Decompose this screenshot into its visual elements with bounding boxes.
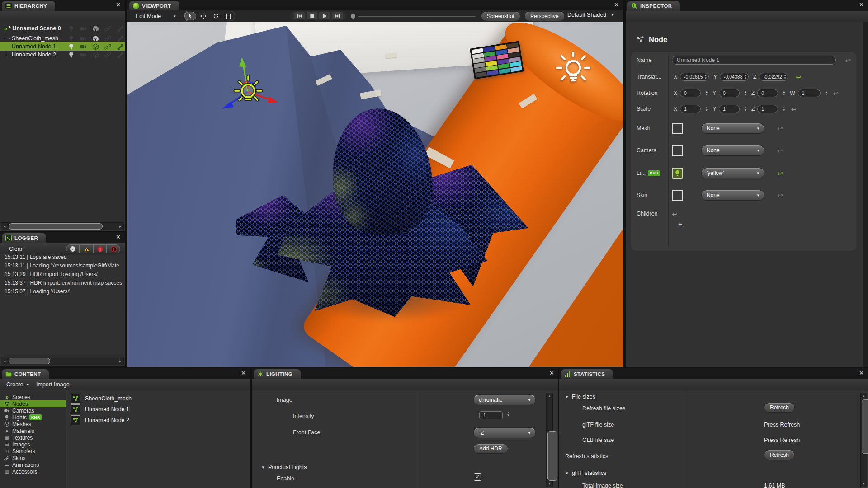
- skin-checkbox[interactable]: [672, 190, 683, 201]
- light-visibility-icon[interactable]: [68, 25, 75, 32]
- lighting-vscrollbar[interactable]: ▴ ▾: [546, 393, 553, 487]
- camera-icon[interactable]: [80, 25, 87, 32]
- log-filter-info-button[interactable]: i: [66, 244, 80, 253]
- tab-logger[interactable]: LOGGER: [2, 233, 46, 243]
- perspective-button[interactable]: Perspective: [524, 11, 565, 21]
- skin-dropdown[interactable]: None ▼: [701, 190, 764, 201]
- timeline-slider[interactable]: [351, 14, 476, 19]
- rotate-tool-button[interactable]: [210, 12, 222, 20]
- scroll-down-icon[interactable]: ▾: [547, 482, 552, 486]
- enable-checkbox[interactable]: ✓: [474, 473, 481, 481]
- link-icon[interactable]: [104, 35, 111, 42]
- scroll-thumb[interactable]: [9, 358, 50, 364]
- link-icon[interactable]: [104, 25, 111, 32]
- scroll-up-icon[interactable]: ▴: [861, 394, 867, 398]
- create-dropdown[interactable]: Create ▼: [6, 381, 29, 388]
- category-materials[interactable]: ●Materials: [0, 427, 66, 434]
- rotation-z-input[interactable]: [761, 90, 776, 96]
- mesh-dropdown[interactable]: None ▼: [701, 123, 764, 134]
- category-cameras[interactable]: Cameras: [0, 407, 66, 414]
- spinner[interactable]: ▲▼: [507, 412, 509, 417]
- log-filter-critical-button[interactable]: [107, 244, 120, 253]
- light-visibility-icon[interactable]: [68, 52, 75, 58]
- rotation-x-input[interactable]: [684, 90, 699, 96]
- category-images[interactable]: ▤Images: [0, 441, 66, 448]
- translation-y-input[interactable]: [724, 74, 744, 80]
- name-input[interactable]: [677, 57, 831, 63]
- spinner[interactable]: ▲▼: [744, 107, 747, 112]
- stop-button[interactable]: [307, 12, 317, 19]
- add-child-button[interactable]: +: [678, 220, 682, 228]
- hierarchy-close-icon[interactable]: ✕: [116, 2, 121, 8]
- viewport-3d-scene[interactable]: [127, 22, 623, 367]
- spinner[interactable]: ▲▼: [705, 107, 708, 112]
- bone-icon[interactable]: [117, 43, 123, 50]
- spinner[interactable]: ▲▼: [744, 91, 747, 96]
- tab-inspector[interactable]: INSPECTOR: [627, 1, 680, 11]
- spinner[interactable]: ▲▼: [825, 91, 828, 96]
- tab-lighting[interactable]: LIGHTING: [254, 369, 301, 379]
- translation-x-input[interactable]: [684, 74, 704, 80]
- undo-scale-icon[interactable]: ↩: [791, 106, 797, 113]
- category-skins[interactable]: Skins: [0, 455, 66, 461]
- select-tool-button[interactable]: [184, 12, 196, 20]
- camera-icon[interactable]: [80, 35, 87, 42]
- shading-mode-dropdown[interactable]: Default Shaded ▼: [567, 12, 614, 18]
- lighting-close-icon[interactable]: ✕: [549, 370, 554, 376]
- tab-content[interactable]: CONTENT: [2, 369, 49, 379]
- category-lights[interactable]: LightsKHR: [0, 414, 66, 421]
- scroll-up-icon[interactable]: ▴: [547, 394, 552, 398]
- scroll-thumb[interactable]: [862, 399, 868, 454]
- hierarchy-hscrollbar[interactable]: ◂ ▸: [1, 222, 124, 230]
- undo-icon[interactable]: ↩: [845, 57, 851, 64]
- mesh-cube-icon[interactable]: [92, 52, 99, 58]
- file-sizes-section[interactable]: ▼ File sizes: [565, 394, 595, 400]
- category-textures[interactable]: ▦Textures: [0, 434, 66, 441]
- statistics-close-icon[interactable]: ✕: [859, 370, 864, 376]
- skip-to-start-button[interactable]: [294, 12, 305, 19]
- category-accessors[interactable]: ▥Accessors: [0, 468, 66, 475]
- import-image-button[interactable]: Import Image: [36, 381, 70, 388]
- undo-children-icon[interactable]: ↩: [672, 211, 678, 217]
- inspector-close-icon[interactable]: ✕: [859, 2, 864, 8]
- image-dropdown[interactable]: chromatic ▼: [473, 394, 536, 405]
- scroll-thumb[interactable]: [547, 431, 557, 481]
- refresh-statistics-button[interactable]: Refresh: [764, 450, 795, 460]
- bone-icon[interactable]: [117, 52, 123, 58]
- log-filter-warning-button[interactable]: [80, 244, 93, 253]
- spinner[interactable]: ▲▼: [705, 91, 708, 96]
- undo-camera-icon[interactable]: ↩: [777, 147, 783, 154]
- play-button[interactable]: [319, 12, 330, 19]
- content-item[interactable]: Unnamed Node 2: [71, 415, 129, 425]
- spinner[interactable]: ▲▼: [783, 107, 785, 112]
- add-hdr-button[interactable]: Add HDR: [473, 444, 508, 454]
- tab-hierarchy[interactable]: HIERARCHY: [2, 1, 55, 11]
- undo-skin-icon[interactable]: ↩: [777, 192, 783, 199]
- spinner[interactable]: ▲▼: [704, 75, 707, 80]
- category-meshes[interactable]: Meshes: [0, 421, 66, 427]
- light-enabled-checkbox[interactable]: [672, 168, 683, 179]
- undo-rotation-icon[interactable]: ↩: [833, 90, 839, 97]
- undo-light-icon[interactable]: ↩: [777, 170, 783, 177]
- gltf-statistics-section[interactable]: ▼ glTF statistics: [565, 470, 606, 476]
- content-item[interactable]: SheenCloth_mesh: [71, 394, 132, 404]
- tab-statistics[interactable]: STATISTICS: [561, 369, 613, 379]
- refresh-file-sizes-button[interactable]: Refresh: [764, 403, 795, 413]
- scale-y-input[interactable]: [723, 106, 738, 112]
- mesh-cube-icon[interactable]: [92, 35, 99, 42]
- tab-viewport[interactable]: VIEWPORT: [129, 1, 179, 11]
- category-scenes[interactable]: »Scenes: [0, 394, 66, 400]
- environment-light-bulb-icon[interactable]: [556, 52, 590, 89]
- bone-icon[interactable]: [117, 25, 123, 32]
- mesh-cube-icon[interactable]: [92, 25, 99, 32]
- undo-mesh-icon[interactable]: ↩: [777, 125, 783, 132]
- rotation-y-input[interactable]: [723, 90, 738, 96]
- scroll-thumb[interactable]: [9, 223, 103, 230]
- intensity-input[interactable]: [483, 413, 501, 418]
- hierarchy-row-sheencloth[interactable]: SheenCloth_mesh: [0, 34, 125, 42]
- spinner[interactable]: ▲▼: [744, 75, 747, 80]
- scale-z-input[interactable]: [761, 106, 776, 112]
- viewport-close-icon[interactable]: ✕: [614, 2, 619, 8]
- light-visibility-icon[interactable]: [68, 43, 75, 50]
- camera-checkbox[interactable]: [672, 145, 683, 156]
